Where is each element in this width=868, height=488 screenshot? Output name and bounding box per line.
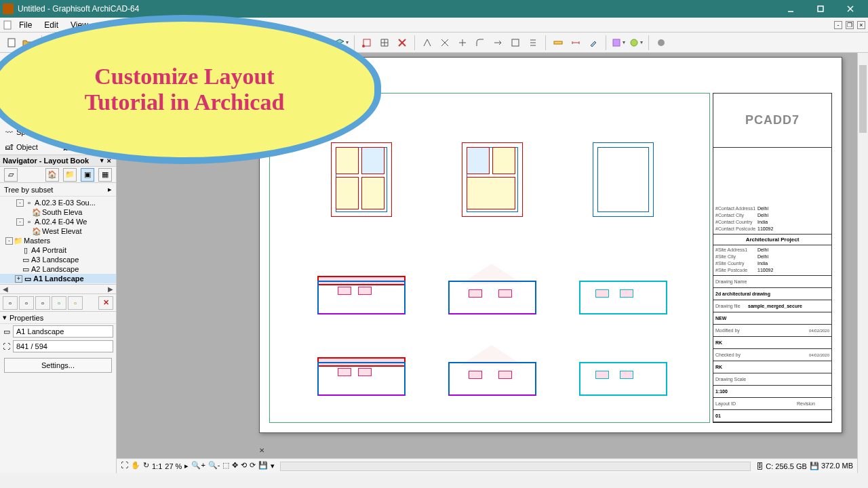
elev-south <box>317 345 406 396</box>
company-logo: PCADD7 <box>713 94 831 148</box>
minimize-button[interactable] <box>776 0 806 18</box>
snap-grid-icon[interactable] <box>377 35 392 50</box>
resize-icon[interactable] <box>508 35 523 50</box>
canvas-close-icon[interactable]: ✕ <box>259 447 264 454</box>
tree-item-master-a1[interactable]: +▭A1 Landscape <box>0 274 116 283</box>
marker-icon[interactable] <box>629 35 644 50</box>
split-icon[interactable] <box>420 35 435 50</box>
tutorial-overlay: Customize Layout Tutorial in Archicad <box>0 15 381 164</box>
app-logo-icon <box>3 3 14 14</box>
zoom-in-icon[interactable]: 🔍+ <box>191 461 205 472</box>
floorplan-roof <box>593 142 654 217</box>
settings-button[interactable]: Settings... <box>4 358 112 373</box>
menu-file[interactable]: File <box>14 19 37 31</box>
spline-icon: 〰 <box>4 127 14 137</box>
nav-action-1[interactable]: ▫ <box>3 296 18 310</box>
tree-item-master-a2[interactable]: ▭A2 Landscape <box>0 264 116 274</box>
nav-tab-view[interactable]: 🏠 <box>45 168 59 182</box>
floorplan-ground <box>331 142 392 217</box>
overlay-line-1: Customize Layout <box>94 64 274 89</box>
tree-item-drawing[interactable]: 🏠West Elevat <box>0 226 116 236</box>
nav-tab-layout[interactable]: ▣ <box>81 168 94 182</box>
snap-corner-icon[interactable] <box>359 35 374 50</box>
svg-rect-12 <box>613 39 620 46</box>
eyedrop-icon[interactable] <box>586 35 601 50</box>
tree-item-master-a3[interactable]: ▭A3 Landscape <box>0 255 116 264</box>
zoom-fit-icon[interactable]: ⛶ <box>121 461 128 472</box>
nav-new-layout[interactable]: ▫ <box>19 296 34 310</box>
close-button[interactable] <box>835 0 865 18</box>
tree-item-layout[interactable]: -▫A.02.4 E-04 We <box>0 217 116 226</box>
zoom-orbit-icon[interactable]: ↻ <box>143 461 149 472</box>
menu-edit[interactable]: Edit <box>39 19 64 31</box>
project-title: Architectural Project <box>713 235 831 245</box>
dimension-icon[interactable] <box>568 35 583 50</box>
record-icon[interactable] <box>654 35 669 50</box>
prop-name-input[interactable] <box>13 325 113 338</box>
zoom-save-icon[interactable]: 💾 <box>258 461 268 472</box>
nav-tab-publisher[interactable]: ▦ <box>98 168 112 182</box>
prop-size-input[interactable] <box>13 340 113 352</box>
elev-north <box>317 264 406 314</box>
nav-tab-folder[interactable]: 📁 <box>63 168 77 182</box>
zoom-hand-icon[interactable]: ✋ <box>131 461 140 472</box>
align-icon[interactable] <box>526 35 540 50</box>
trim-icon[interactable] <box>455 35 470 50</box>
window-title: Untitled - Graphisoft ArchiCAD-64 <box>18 4 776 14</box>
titlebar: Untitled - Graphisoft ArchiCAD-64 <box>0 0 868 18</box>
zoom-next-icon[interactable]: ⟳ <box>250 461 256 472</box>
zoom-dropdown-icon[interactable]: ▸ <box>184 462 189 470</box>
zoom-out-icon[interactable]: 🔍- <box>208 461 220 472</box>
new-button[interactable] <box>4 35 19 50</box>
mdi-restore-button[interactable]: ❐ <box>846 21 854 29</box>
navigator-tabs: ▱ 🏠 📁 ▣ ▦ <box>0 167 116 183</box>
zoom-extents-icon[interactable]: ⬚ <box>222 461 229 472</box>
elev-west <box>448 345 536 396</box>
svg-rect-11 <box>554 41 562 44</box>
horizontal-scrollbar[interactable] <box>280 462 751 471</box>
properties-header[interactable]: ▾ Properties <box>0 312 116 324</box>
mdi-minimize-button[interactable]: - <box>834 21 842 29</box>
intersect-icon[interactable] <box>437 35 452 50</box>
prop-name-row: ▭ <box>0 324 116 339</box>
doc-icon <box>3 20 12 30</box>
zoom-prev-icon[interactable]: ⟲ <box>241 461 247 472</box>
nav-delete[interactable]: ✕ <box>98 296 113 310</box>
navigator-subset[interactable]: Tree by subset ▸ <box>0 183 116 197</box>
tree-item-drawing[interactable]: 🏠South Eleva <box>0 207 116 217</box>
prop-size-row: ⛶ <box>0 339 116 354</box>
tree-hscroll[interactable]: ◀▶ <box>0 285 116 294</box>
section-b <box>579 345 667 396</box>
navigator-title: Navigator - Layout Book <box>3 157 89 165</box>
zoom-ratio[interactable]: 1:1 <box>152 462 162 470</box>
disk-status: 🗄 C: 256.5 GB <box>756 462 807 470</box>
zoom-percent[interactable]: 27 % <box>165 462 182 470</box>
tree-item-master-a4[interactable]: ▯A4 Portrait <box>0 245 116 255</box>
tree-item-layout[interactable]: -▫A.02.3 E-03 Sou... <box>0 198 116 207</box>
floorplan-first <box>462 142 523 217</box>
render-icon[interactable] <box>611 35 626 50</box>
drawing-area <box>269 93 710 423</box>
svg-rect-1 <box>818 6 823 12</box>
maximize-button[interactable] <box>806 0 835 18</box>
svg-rect-4 <box>4 21 11 29</box>
elev-east <box>448 264 536 314</box>
nav-tab-project[interactable]: ▱ <box>4 168 18 182</box>
overlay-line-2: Tutorial in Archicad <box>85 89 285 115</box>
nav-update[interactable]: ▫ <box>52 296 66 310</box>
svg-rect-6 <box>363 39 370 46</box>
navigator-buttons: ▫ ▫ ▫ ▫ ▫ ✕ <box>0 294 116 312</box>
tree-item-masters[interactable]: -📁Masters <box>0 236 116 245</box>
svg-point-13 <box>631 39 637 46</box>
snap-cancel-icon[interactable] <box>395 35 410 50</box>
pan-icon[interactable]: ✥ <box>232 461 238 472</box>
extend-icon[interactable] <box>490 35 505 50</box>
vertical-scrollbar[interactable] <box>857 53 868 473</box>
measure-icon[interactable] <box>551 35 566 50</box>
mdi-close-button[interactable]: × <box>857 21 865 29</box>
nav-drawing[interactable]: ▫ <box>68 296 83 310</box>
fillet-icon[interactable] <box>473 35 488 50</box>
nav-new-master[interactable]: ▫ <box>35 296 50 310</box>
zoom-bar: ⛶ ✋ ↻ 1:1 27 % ▸ 🔍+ 🔍- ⬚ ✥ ⟲ ⟳ 💾 ▾ 🗄 C: … <box>117 458 857 473</box>
object-icon: 🛋 <box>4 142 14 152</box>
